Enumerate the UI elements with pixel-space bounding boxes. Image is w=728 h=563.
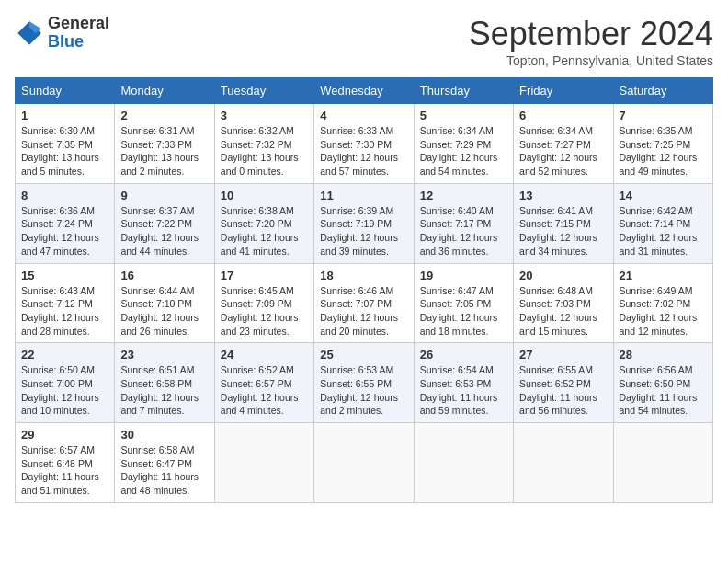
calendar-table: SundayMondayTuesdayWednesdayThursdayFrid…	[15, 77, 713, 503]
day-cell: 10Sunrise: 6:38 AMSunset: 7:20 PMDayligh…	[214, 183, 313, 263]
day-cell: 28Sunrise: 6:56 AMSunset: 6:50 PMDayligh…	[613, 343, 712, 423]
day-cell: 3Sunrise: 6:32 AMSunset: 7:32 PMDaylight…	[214, 104, 313, 184]
day-number: 23	[120, 348, 208, 362]
day-cell: 8Sunrise: 6:36 AMSunset: 7:24 PMDaylight…	[16, 183, 115, 263]
day-detail: Sunrise: 6:44 AMSunset: 7:10 PMDaylight:…	[120, 284, 208, 339]
day-cell: 14Sunrise: 6:42 AMSunset: 7:14 PMDayligh…	[613, 183, 712, 263]
day-cell: 25Sunrise: 6:53 AMSunset: 6:55 PMDayligh…	[314, 343, 414, 423]
day-detail: Sunrise: 6:37 AMSunset: 7:22 PMDaylight:…	[120, 204, 208, 259]
day-cell: 1Sunrise: 6:30 AMSunset: 7:35 PMDaylight…	[16, 104, 115, 184]
day-cell: 20Sunrise: 6:48 AMSunset: 7:03 PMDayligh…	[514, 263, 613, 343]
day-cell	[314, 423, 414, 503]
page-header: General Blue September 2024 Topton, Penn…	[15, 15, 713, 68]
day-detail: Sunrise: 6:56 AMSunset: 6:50 PMDaylight:…	[620, 363, 707, 418]
weekday-header-monday: Monday	[115, 78, 214, 104]
week-row-1: 1Sunrise: 6:30 AMSunset: 7:35 PMDaylight…	[16, 104, 713, 184]
day-detail: Sunrise: 6:33 AMSunset: 7:30 PMDaylight:…	[320, 124, 407, 178]
week-row-3: 15Sunrise: 6:43 AMSunset: 7:12 PMDayligh…	[16, 263, 713, 343]
weekday-header-sunday: Sunday	[16, 78, 115, 104]
day-number: 11	[320, 189, 407, 202]
day-number: 25	[320, 348, 407, 362]
day-number: 22	[21, 348, 108, 362]
day-cell: 21Sunrise: 6:49 AMSunset: 7:02 PMDayligh…	[613, 263, 712, 343]
week-row-2: 8Sunrise: 6:36 AMSunset: 7:24 PMDaylight…	[16, 183, 713, 263]
day-number: 15	[21, 269, 108, 282]
day-cell: 13Sunrise: 6:41 AMSunset: 7:15 PMDayligh…	[514, 183, 613, 263]
weekday-header-friday: Friday	[514, 78, 613, 104]
day-cell: 2Sunrise: 6:31 AMSunset: 7:33 PMDaylight…	[115, 104, 214, 184]
day-cell: 16Sunrise: 6:44 AMSunset: 7:10 PMDayligh…	[115, 263, 214, 343]
day-number: 19	[420, 269, 507, 282]
day-cell: 29Sunrise: 6:57 AMSunset: 6:48 PMDayligh…	[16, 423, 115, 503]
day-detail: Sunrise: 6:50 AMSunset: 7:00 PMDaylight:…	[21, 363, 108, 418]
day-detail: Sunrise: 6:43 AMSunset: 7:12 PMDaylight:…	[21, 284, 108, 339]
day-detail: Sunrise: 6:49 AMSunset: 7:02 PMDaylight:…	[620, 284, 707, 339]
day-detail: Sunrise: 6:34 AMSunset: 7:27 PMDaylight:…	[519, 124, 607, 178]
logo: General Blue	[15, 15, 109, 52]
day-cell: 5Sunrise: 6:34 AMSunset: 7:29 PMDaylight…	[414, 104, 513, 184]
logo-blue: Blue	[48, 32, 84, 51]
day-cell	[214, 423, 313, 503]
day-number: 8	[21, 189, 108, 202]
day-cell	[613, 423, 712, 503]
day-number: 2	[120, 109, 208, 122]
day-detail: Sunrise: 6:42 AMSunset: 7:14 PMDaylight:…	[620, 204, 707, 259]
day-number: 29	[21, 428, 108, 442]
day-cell: 9Sunrise: 6:37 AMSunset: 7:22 PMDaylight…	[115, 183, 214, 263]
day-cell: 26Sunrise: 6:54 AMSunset: 6:53 PMDayligh…	[414, 343, 513, 423]
day-detail: Sunrise: 6:52 AMSunset: 6:57 PMDaylight:…	[221, 363, 308, 418]
day-cell: 23Sunrise: 6:51 AMSunset: 6:58 PMDayligh…	[115, 343, 214, 423]
day-number: 21	[620, 269, 707, 282]
weekday-header-row: SundayMondayTuesdayWednesdayThursdayFrid…	[16, 78, 713, 104]
day-detail: Sunrise: 6:34 AMSunset: 7:29 PMDaylight:…	[420, 124, 507, 178]
day-number: 14	[620, 189, 707, 202]
day-cell: 4Sunrise: 6:33 AMSunset: 7:30 PMDaylight…	[314, 104, 414, 184]
day-detail: Sunrise: 6:57 AMSunset: 6:48 PMDaylight:…	[21, 443, 108, 498]
day-number: 13	[519, 189, 607, 202]
day-number: 5	[420, 109, 507, 122]
day-number: 30	[120, 428, 208, 442]
day-number: 10	[221, 189, 308, 202]
week-row-4: 22Sunrise: 6:50 AMSunset: 7:00 PMDayligh…	[16, 343, 713, 423]
day-cell: 15Sunrise: 6:43 AMSunset: 7:12 PMDayligh…	[16, 263, 115, 343]
day-number: 6	[519, 109, 607, 122]
day-detail: Sunrise: 6:47 AMSunset: 7:05 PMDaylight:…	[420, 284, 507, 339]
day-detail: Sunrise: 6:31 AMSunset: 7:33 PMDaylight:…	[120, 124, 208, 178]
day-detail: Sunrise: 6:51 AMSunset: 6:58 PMDaylight:…	[120, 363, 208, 418]
day-cell: 7Sunrise: 6:35 AMSunset: 7:25 PMDaylight…	[613, 104, 712, 184]
day-detail: Sunrise: 6:53 AMSunset: 6:55 PMDaylight:…	[320, 363, 407, 418]
weekday-header-saturday: Saturday	[613, 78, 712, 104]
day-detail: Sunrise: 6:45 AMSunset: 7:09 PMDaylight:…	[221, 284, 308, 339]
day-cell: 17Sunrise: 6:45 AMSunset: 7:09 PMDayligh…	[214, 263, 313, 343]
day-number: 20	[519, 269, 607, 282]
day-detail: Sunrise: 6:58 AMSunset: 6:47 PMDaylight:…	[120, 443, 208, 498]
day-number: 9	[120, 189, 208, 202]
day-detail: Sunrise: 6:54 AMSunset: 6:53 PMDaylight:…	[420, 363, 507, 418]
calendar-body: 1Sunrise: 6:30 AMSunset: 7:35 PMDaylight…	[16, 104, 713, 503]
day-number: 17	[221, 269, 308, 282]
day-detail: Sunrise: 6:40 AMSunset: 7:17 PMDaylight:…	[420, 204, 507, 259]
day-number: 12	[420, 189, 507, 202]
day-cell	[414, 423, 513, 503]
day-detail: Sunrise: 6:38 AMSunset: 7:20 PMDaylight:…	[221, 204, 308, 259]
day-number: 16	[120, 269, 208, 282]
month-title: September 2024	[469, 15, 713, 53]
day-detail: Sunrise: 6:48 AMSunset: 7:03 PMDaylight:…	[519, 284, 607, 339]
weekday-header-wednesday: Wednesday	[314, 78, 414, 104]
day-detail: Sunrise: 6:32 AMSunset: 7:32 PMDaylight:…	[221, 124, 308, 178]
weekday-header-thursday: Thursday	[414, 78, 513, 104]
weekday-header-tuesday: Tuesday	[214, 78, 313, 104]
logo-icon	[15, 18, 44, 48]
day-number: 27	[519, 348, 607, 362]
day-number: 7	[620, 109, 707, 122]
day-cell: 12Sunrise: 6:40 AMSunset: 7:17 PMDayligh…	[414, 183, 513, 263]
day-number: 24	[221, 348, 308, 362]
day-number: 4	[320, 109, 407, 122]
day-number: 3	[221, 109, 308, 122]
week-row-5: 29Sunrise: 6:57 AMSunset: 6:48 PMDayligh…	[16, 423, 713, 503]
day-number: 26	[420, 348, 507, 362]
day-cell: 11Sunrise: 6:39 AMSunset: 7:19 PMDayligh…	[314, 183, 414, 263]
day-number: 28	[620, 348, 707, 362]
day-detail: Sunrise: 6:55 AMSunset: 6:52 PMDaylight:…	[519, 363, 607, 418]
day-cell: 24Sunrise: 6:52 AMSunset: 6:57 PMDayligh…	[214, 343, 313, 423]
